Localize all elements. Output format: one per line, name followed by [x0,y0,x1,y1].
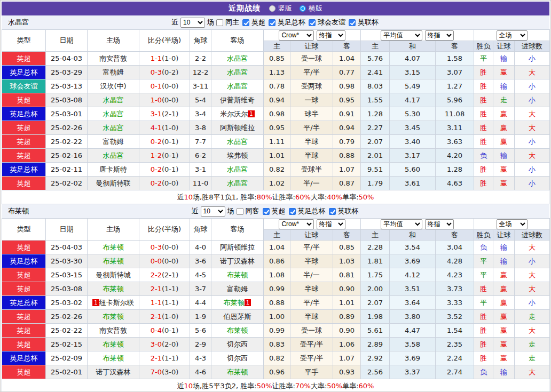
results-table: 类型日期主场比分(半场)角球客场Crow* 终指平均值 终指全场主让球客主和客胜… [2,218,550,379]
section-control-bar: 布莱顿 近10场同客英超英足总杯英联杯 [2,204,549,218]
halftime-score: (0-1) [162,138,178,146]
away-team-name: 布莱顿 [227,368,248,376]
bookmaker-select[interactable]: Crow* [279,219,314,229]
result-goals: 走 [515,310,550,324]
same-venue-label: 同客 [246,206,259,216]
view-mode-radio[interactable]: 横版 [300,4,322,13]
handicap-away-odds: 0.93 [333,365,361,379]
handicap-line: 半/一 [290,268,333,282]
section-control-bar: 水晶宫 近10场同主英超英足总杯球会友谊英联杯 [2,15,549,29]
avg-away-odds: 2.35 [436,338,474,351]
league-checkbox-label: 英足总杯 [298,206,326,216]
league-checkbox[interactable] [242,19,249,26]
avg-home-odds: 1.81 [361,254,390,268]
league-checkbox[interactable] [263,208,270,215]
final-index-select[interactable]: 终指 [317,30,345,41]
halftime-score: (0-2) [162,68,178,76]
league-checkbox-label: 英超 [272,206,286,216]
league-checkbox[interactable] [309,19,316,26]
avg-draw-odds: 3.69 [390,254,436,268]
league-badge: 英超 [2,177,46,190]
away-team: 布莱顿 [211,324,264,338]
result-wdl: 胜 [474,66,493,79]
away-team-name: 伯恩茅斯 [224,313,251,321]
same-venue-checkbox[interactable] [216,19,223,26]
avg-draw-odds: 3.69 [390,351,436,365]
same-venue-checkbox[interactable] [237,208,243,215]
league-checkbox-label: 英足总杯 [278,18,305,27]
match-count-select[interactable]: 10 [201,206,225,217]
home-team-name: 汉坎(中) [100,82,126,90]
league-badge: 英足总杯 [2,296,46,310]
away-team-name: 水晶宫 [227,54,248,62]
handicap-line: 受一球 [290,324,333,338]
result-handicap: 输 [493,79,515,93]
sub-header-8: 进球数 [515,230,550,241]
home-team-name: 富勒姆 [103,138,124,146]
summary-stat-value: 80% [257,193,272,201]
handicap-home-odds: 0.83 [264,338,290,351]
league-checkbox[interactable] [329,208,336,215]
halftime-score: (1-1) [162,299,178,307]
handicap-home-odds: 1.00 [264,310,290,324]
away-team: 埃弗顿 [211,149,264,163]
avg-draw-odds: 4.12 [390,268,436,282]
scope-select[interactable]: 全场 [497,219,528,229]
scope-select[interactable]: 全场 [497,30,528,41]
handicap-line: 平/半 [290,296,333,310]
result-wdl: 胜 [474,324,493,338]
result-handicap: 赢 [493,163,515,177]
final-index-select[interactable]: 终指 [425,30,454,41]
team-section-brighton: 布莱顿 近10场同客英超英足总杯英联杯 类型日期主场比分(半场)角球客场Crow… [1,204,550,392]
sub-header-1: 让球 [290,41,333,52]
away-team: 阿斯顿维拉 [211,241,264,254]
final-index-select[interactable]: 终指 [317,219,345,229]
view-mode-radio[interactable]: 竖版 [269,4,292,13]
handicap-away-odds: 0.94 [333,121,361,135]
away-team: 富勒姆 [211,282,264,296]
avg-home-odds: 2.56 [361,365,390,379]
match-row: 英超25-02-15布莱顿3-0(2-0)2-9切尔西0.83受平/半1.062… [2,338,550,351]
league-checkbox[interactable] [289,208,296,215]
score: 1-2(0-1) [139,149,190,163]
home-team-name: 南安普敦 [99,326,127,334]
league-checkbox[interactable] [349,19,356,26]
result-goals: 大 [515,241,550,254]
result-handicap: 输 [493,241,515,254]
result-goals: 小 [515,296,550,310]
red-card-badge: 1 [245,299,251,306]
corners: 3-4 [190,107,211,121]
corners: 12-2 [190,66,211,79]
score: 2-1(1-1) [139,351,190,365]
final-index-select[interactable]: 终指 [425,219,454,229]
avg-draw-odds: 5.60 [390,163,436,177]
handicap-line: 受平/半 [290,338,333,351]
home-team-name: 布莱顿 [103,354,124,362]
avg-home-odds: 1.28 [361,107,390,121]
bookmaker-select[interactable]: Crow* [279,30,314,41]
away-team-name: 富勒姆 [227,285,248,293]
matches-label: 场 [227,206,234,216]
halftime-score: (0-1) [162,326,178,334]
halftime-score: (0-0) [162,257,178,265]
corners: 2-2 [190,52,211,66]
radio-unselected-icon[interactable] [269,5,276,12]
result-goals: 大 [515,282,550,296]
match-row: 英超25-02-26水晶宫4-1(1-0)3-8阿斯顿维拉0.95平/半0.94… [2,121,550,135]
match-count-select[interactable]: 10 [180,18,205,28]
sub-header-6: 胜负 [474,230,493,241]
fulltime-score: 2-1 [151,313,162,321]
radio-selected-icon[interactable] [300,5,306,12]
avg-home-odds: 1.75 [361,268,390,282]
summary-stat-value: 10 [184,382,193,390]
home-team: 布莱顿 [88,241,139,254]
handicap-line: 半球 [290,149,333,163]
halftime-score: (2-0) [162,340,178,348]
sub-header-1: 让球 [290,230,333,241]
col-header-3: 比分(半场) [139,30,190,52]
average-select[interactable]: 平均值 [381,30,422,41]
average-select[interactable]: 平均值 [381,219,422,229]
match-row: 英超25-03-15曼彻斯特城2-2(2-1)4-5布莱顿1.08半/一0.81… [2,268,550,282]
result-handicap: 赢 [493,282,515,296]
league-checkbox[interactable] [269,19,276,26]
